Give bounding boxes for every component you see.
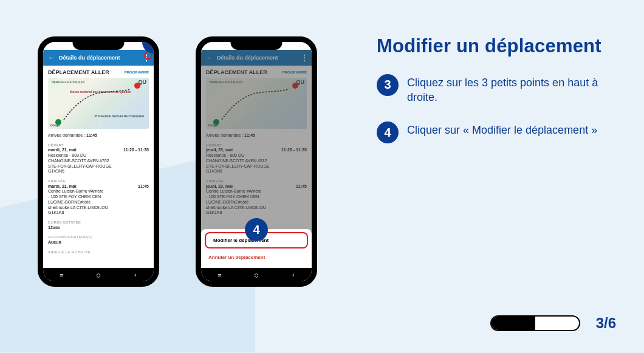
phone-notch: [73, 42, 125, 50]
google-logo: Google: [50, 123, 60, 127]
map-pin-end: [134, 83, 140, 89]
arrive-line2: - 100 STE FOY CHEM CEN.: [48, 194, 149, 200]
nav-back-icon[interactable]: ‹: [134, 272, 137, 278]
arrive-day: mardi, 21, mai: [48, 184, 77, 190]
depart-time: 11:20 - 11:35: [123, 148, 149, 153]
route-line: [60, 86, 134, 123]
arrival-requested: Arrivée demandée : 11:45: [43, 131, 154, 140]
arrive-label: ARRIVÉE: [48, 179, 149, 184]
arrive-line3: LUCINE-BORNE#côté: [48, 200, 149, 205]
duration-label: DURÉE ESTIMÉE: [48, 221, 149, 225]
arrival-requested-label: Arrivée demandée :: [48, 133, 85, 137]
depart-line2: CHANOINE-SCOTT AVEN #702: [48, 159, 149, 164]
duration-value: 12min: [48, 225, 149, 231]
progress-footer: 3/6: [490, 315, 616, 332]
depart-day: mardi, 21, mai: [48, 148, 77, 153]
section-label: DÉPLACEMENT ALLER: [48, 69, 109, 75]
arrival-requested-value: 11:45: [86, 133, 97, 137]
depart-line3: STE-FOY-SILLERY-CAP-ROUGE: [48, 164, 149, 170]
phone-notch: [231, 42, 283, 50]
nav-menu-icon[interactable]: ≡: [218, 272, 221, 278]
arrive-line1: Centre Lucien-Borne #Arrière: [48, 189, 149, 194]
depart-label: DÉPART: [48, 143, 149, 148]
depart-line4: G1V3N5: [48, 169, 149, 174]
arrive-block: ARRIVÉE mardi, 21, mai 11:45 Centre Luci…: [43, 176, 154, 218]
instruction-text-4: Cliquer sur « Modifier le déplacement »: [407, 122, 597, 137]
page-title: Modifier un déplacement: [377, 35, 608, 57]
android-nav-bar: ≡ ○ ‹: [201, 268, 312, 281]
sheet-cancel-option[interactable]: Annuler un déplacement: [201, 250, 312, 264]
companions-block: ACCOMPAGNATEUR(S) Aucun: [43, 232, 154, 247]
phone-2: ← Détails du déplacement ⋮ DÉPLACEMENT A…: [196, 36, 317, 287]
depart-block: DÉPART mardi, 21, mai 11:20 - 11:35 Rési…: [43, 140, 154, 176]
duration-block: DURÉE ESTIMÉE 12min: [43, 218, 154, 232]
android-nav-bar: ≡ ○ ‹: [43, 268, 154, 281]
app-header: ← Détails du déplacement ⋮: [43, 50, 154, 66]
nav-home-icon[interactable]: ○: [255, 272, 258, 278]
arrive-time: 11:45: [138, 184, 149, 190]
progress-fill: [492, 317, 535, 330]
instruction-4: 4 Cliquer sur « Modifier le déplacement …: [377, 122, 608, 143]
step-badge-4: 4: [245, 218, 268, 241]
map-area-label: BERGER-LES SAULES: [52, 80, 84, 84]
instruction-text-3: Cliquez sur les 3 petits points en haut …: [407, 74, 608, 105]
progress-pill[interactable]: [490, 315, 580, 331]
back-icon[interactable]: ←: [48, 53, 55, 62]
instruction-badge-3: 3: [377, 74, 399, 96]
instruction-panel: Modifier un déplacement 3 Cliquez sur le…: [377, 35, 608, 160]
nav-menu-icon[interactable]: ≡: [60, 272, 63, 278]
mobility-label: AIDES À LA MOBILITÉ: [48, 250, 149, 255]
header-title: Détails du déplacement: [59, 55, 139, 61]
depart-line1: Résidence - 803 DU: [48, 153, 149, 159]
phone1-screen: ← Détails du déplacement ⋮ DÉPLACEMENT A…: [43, 50, 154, 268]
route-map[interactable]: BERGER-LES SAULES QU Musée national des …: [48, 78, 149, 129]
phone-1: 3 ← Détails du déplacement ⋮ DÉPLACEMENT…: [38, 36, 159, 287]
arrive-line4: sherbrooke LA CITÉ-LIMOILOU: [48, 205, 149, 211]
section-header: DÉPLACEMENT ALLER PROGRAMMÉ: [43, 66, 154, 77]
nav-home-icon[interactable]: ○: [97, 272, 100, 278]
mobility-block: AIDES À LA MOBILITÉ: [43, 247, 154, 257]
nav-back-icon[interactable]: ‹: [292, 272, 295, 278]
instruction-badge-4: 4: [377, 122, 399, 143]
companions-label: ACCOMPAGNATEUR(S): [48, 235, 149, 240]
instruction-3: 3 Cliquez sur les 3 petits points en hau…: [377, 74, 608, 105]
companions-value: Aucun: [48, 240, 149, 245]
page-indicator: 3/6: [596, 315, 616, 332]
arrive-line5: G1K1K8: [48, 210, 149, 216]
phone-mockups: 3 ← Détails du déplacement ⋮ DÉPLACEMENT…: [38, 36, 317, 287]
status-chip: PROGRAMMÉ: [125, 70, 149, 74]
